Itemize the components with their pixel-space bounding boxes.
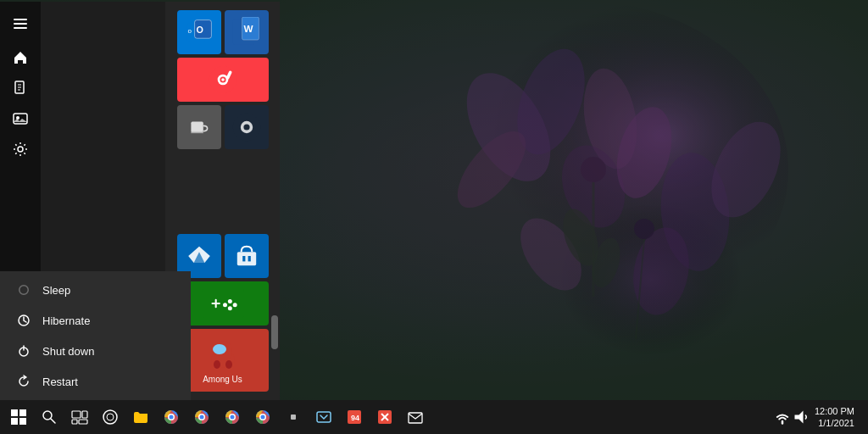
app1-button[interactable]: [278, 402, 309, 432]
svg-rect-22: [14, 19, 27, 20]
task-view-button[interactable]: [64, 402, 95, 432]
itunes-icon: [208, 64, 238, 95]
store-icon: [233, 242, 260, 270]
teacup-icon: [186, 114, 213, 141]
svg-point-48: [221, 78, 225, 81]
word-tile[interactable]: W: [225, 10, 269, 54]
store-tile[interactable]: [225, 234, 269, 278]
restart-icon: [17, 375, 31, 388]
svg-point-13: [581, 157, 606, 182]
sidebar-pictures[interactable]: [5, 103, 36, 134]
chrome-button-3[interactable]: [217, 402, 248, 432]
svg-point-62: [227, 306, 231, 310]
among-us-label: Among Us: [203, 375, 242, 384]
app3-button[interactable]: [370, 402, 400, 432]
teacup-tile[interactable]: [177, 105, 221, 149]
steam-tile[interactable]: [225, 105, 269, 149]
document-icon: [12, 80, 29, 97]
snip-icon: [315, 409, 332, 426]
app2-button[interactable]: 94: [339, 402, 370, 432]
svg-rect-77: [79, 420, 87, 424]
chrome-button-4[interactable]: [248, 402, 278, 432]
svg-rect-74: [72, 411, 81, 418]
svg-marker-102: [794, 411, 803, 424]
outlook-tile[interactable]: O o: [177, 10, 221, 54]
start-button[interactable]: [3, 402, 34, 432]
restart-option[interactable]: Restart: [0, 366, 191, 397]
among-us-icon: [206, 337, 240, 371]
shutdown-label: Shut down: [42, 345, 94, 358]
wifi-icon: [774, 409, 791, 426]
svg-rect-95: [317, 412, 331, 422]
windows-icon: [10, 409, 27, 426]
svg-text:o: o: [187, 27, 192, 35]
restart-label: Restart: [42, 376, 78, 388]
mail-button[interactable]: [400, 402, 431, 432]
svg-point-92: [261, 415, 265, 420]
svg-rect-94: [291, 415, 296, 420]
svg-rect-69: [19, 409, 26, 416]
svg-point-54: [243, 124, 249, 130]
tile-row-3: [165, 103, 280, 151]
svg-rect-57: [248, 256, 250, 261]
sidebar-hamburger[interactable]: [5, 8, 36, 39]
settings-icon: [12, 141, 29, 158]
svg-text:W: W: [243, 23, 253, 34]
svg-rect-58: [202, 289, 244, 317]
word-icon: W: [231, 17, 262, 47]
svg-point-79: [107, 414, 114, 420]
svg-rect-24: [14, 27, 27, 29]
svg-point-86: [200, 415, 204, 420]
svg-point-65: [213, 344, 226, 354]
app1-icon: [285, 409, 302, 426]
sidebar-docs[interactable]: [5, 73, 36, 103]
clock-date: 1/1/2021: [815, 417, 854, 429]
outlook-icon: O o: [184, 17, 214, 47]
task-view-icon: [71, 409, 88, 426]
svg-text:94: 94: [351, 414, 359, 422]
file-explorer-button[interactable]: [125, 402, 156, 432]
svg-rect-50: [191, 122, 203, 133]
snip-button[interactable]: [309, 402, 339, 432]
power-submenu: Sleep Hibernate Shut down Restart: [0, 271, 191, 400]
hibernate-label: Hibernate: [42, 314, 90, 327]
sleep-label: Sleep: [42, 284, 70, 297]
app3-icon: [376, 409, 393, 426]
hamburger-icon: [12, 15, 29, 32]
sleep-option[interactable]: Sleep: [0, 275, 191, 305]
chrome-button-2[interactable]: [186, 402, 217, 432]
hibernate-option[interactable]: Hibernate: [0, 305, 191, 336]
svg-rect-76: [72, 420, 77, 424]
svg-point-61: [223, 303, 227, 307]
chrome-icon-4: [254, 409, 271, 426]
svg-rect-71: [19, 418, 26, 425]
svg-point-14: [634, 219, 654, 239]
network-icon[interactable]: [774, 402, 791, 432]
photos-icon: [186, 242, 213, 270]
svg-point-78: [103, 410, 117, 424]
sidebar-settings[interactable]: [5, 134, 36, 164]
sidebar-home[interactable]: [5, 42, 36, 73]
shutdown-option[interactable]: Shut down: [0, 336, 191, 366]
clock[interactable]: 12:00 PM 1/1/2021: [811, 405, 858, 430]
chrome-button-1[interactable]: [156, 402, 186, 432]
cortana-icon: [102, 409, 119, 426]
svg-point-60: [232, 303, 236, 307]
cortana-button[interactable]: [95, 402, 125, 432]
power-menu-items: Sleep Hibernate Shut down Restart: [0, 275, 191, 397]
volume-icon[interactable]: [793, 402, 810, 432]
pictures-icon: [12, 110, 29, 127]
svg-text:O: O: [196, 25, 203, 35]
svg-point-31: [18, 147, 23, 152]
svg-point-66: [225, 360, 232, 369]
tile-row-itunes: [165, 56, 280, 103]
itunes-tile[interactable]: [177, 58, 269, 102]
search-icon: [41, 409, 58, 426]
svg-rect-56: [242, 256, 245, 261]
search-button[interactable]: [34, 402, 64, 432]
home-icon: [12, 49, 29, 66]
svg-point-67: [214, 360, 220, 369]
tile-row-1: O o W: [165, 8, 280, 56]
svg-rect-101: [409, 413, 422, 423]
svg-rect-29: [14, 114, 27, 124]
